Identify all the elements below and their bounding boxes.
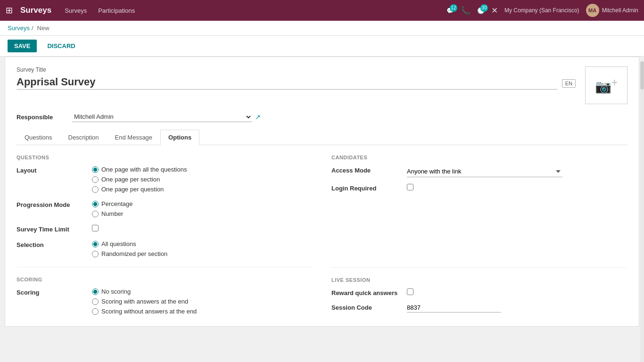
time-limit-checkbox[interactable] xyxy=(92,225,99,231)
external-link-icon[interactable]: ↗ xyxy=(255,113,261,121)
layout-label: Layout xyxy=(17,167,92,174)
selection-options: All questions Randomized per section xyxy=(92,240,167,257)
reward-quick-row: Reward quick answers xyxy=(331,288,627,296)
session-code-row: Session Code xyxy=(331,303,627,313)
company-name: My Company (San Francisco) xyxy=(504,7,579,14)
login-required-checkbox[interactable] xyxy=(407,184,413,190)
scoring-row: Scoring No scoring Scoring with answers … xyxy=(17,288,313,315)
options-columns: Questions Layout One page with all the q… xyxy=(17,155,627,317)
form-card: Survey Title EN 📷+ Responsible Mitchell … xyxy=(5,57,639,327)
progression-label: Progression Mode xyxy=(17,201,92,208)
breadcrumb: Surveys / New xyxy=(0,21,644,36)
layout-option-label-0: One page with all the questions xyxy=(101,166,187,173)
lang-badge[interactable]: EN xyxy=(562,79,576,88)
survey-title-input[interactable] xyxy=(17,75,557,90)
app-name: Surveys xyxy=(20,6,51,15)
login-required-label: Login Required xyxy=(331,185,407,192)
layout-options: One page with all the questions One page… xyxy=(92,166,187,193)
layout-option-label-2: One page per question xyxy=(101,186,164,193)
scoring-option-label-0: No scoring xyxy=(101,288,131,295)
phone-icon[interactable]: 📞 xyxy=(461,6,471,16)
user-menu[interactable]: MA Mitchell Admin xyxy=(586,4,638,17)
save-button[interactable]: SAVE xyxy=(8,40,37,52)
topbar: ⊞ Surveys Surveys Participations 💬 12 📞 … xyxy=(0,0,644,21)
tab-questions[interactable]: Questions xyxy=(17,130,60,145)
tab-description[interactable]: Description xyxy=(60,130,107,145)
selection-row: Selection All questions Randomized per s… xyxy=(17,240,313,257)
responsible-field-wrap: Mitchell Admin ↗ xyxy=(72,112,261,122)
survey-title-section: Survey Title EN 📷+ xyxy=(17,66,627,104)
scrollbar-track[interactable] xyxy=(640,61,644,336)
breadcrumb-parent[interactable]: Surveys xyxy=(8,25,30,32)
breadcrumb-current: New xyxy=(37,25,50,32)
main-content: Survey Title EN 📷+ Responsible Mitchell … xyxy=(0,57,644,336)
survey-title-wrap: Survey Title EN xyxy=(17,66,576,90)
avatar: MA xyxy=(586,4,599,17)
topbar-nav: Surveys Participations xyxy=(65,7,442,14)
nav-participations[interactable]: Participations xyxy=(98,7,135,14)
scrollbar-thumb[interactable] xyxy=(640,61,644,90)
scoring-option-0[interactable]: No scoring xyxy=(92,288,197,295)
selection-option-0[interactable]: All questions xyxy=(92,240,167,247)
login-required-row: Login Required xyxy=(331,184,627,192)
layout-option-label-1: One page per section xyxy=(101,176,160,183)
progression-row: Progression Mode Percentage Number xyxy=(17,200,313,217)
topbar-right: 💬 12 📞 🕐 30 ✕ My Company (San Francisco)… xyxy=(446,4,638,17)
scoring-option-label-2: Scoring without answers at the end xyxy=(101,308,197,315)
selection-label: Selection xyxy=(17,241,92,248)
clock-icon-badge[interactable]: 🕐 30 xyxy=(477,7,485,14)
tab-options[interactable]: Options xyxy=(160,130,199,145)
time-limit-checkbox-wrap xyxy=(92,225,99,233)
progression-option-label-0: Percentage xyxy=(101,200,133,207)
camera-icon: 📷+ xyxy=(595,76,618,94)
progression-options: Percentage Number xyxy=(92,200,133,217)
candidates-section-title: Candidates xyxy=(331,155,627,160)
scoring-section-title: Scoring xyxy=(17,277,313,282)
options-left-col: Questions Layout One page with all the q… xyxy=(17,155,313,317)
survey-title-label: Survey Title xyxy=(17,66,576,73)
reward-quick-label: Reward quick answers xyxy=(331,289,407,296)
chat-icon-badge[interactable]: 💬 12 xyxy=(446,7,454,14)
discard-button[interactable]: DISCARD xyxy=(41,40,82,52)
scoring-option-1[interactable]: Scoring with answers at the end xyxy=(92,298,197,305)
time-limit-row: Survey Time Limit xyxy=(17,225,313,233)
access-mode-label: Access Mode xyxy=(331,167,407,174)
session-code-label: Session Code xyxy=(331,304,407,311)
breadcrumb-separator: / xyxy=(32,25,33,32)
questions-section-title: Questions xyxy=(17,155,313,160)
layout-option-1[interactable]: One page per section xyxy=(92,176,187,183)
close-icon[interactable]: ✕ xyxy=(491,6,498,16)
selection-option-1[interactable]: Randomized per section xyxy=(92,250,167,257)
options-tab-content: Questions Layout One page with all the q… xyxy=(17,145,627,317)
access-mode-row: Access Mode Anyone with the link Invited… xyxy=(331,166,627,177)
responsible-select[interactable]: Mitchell Admin xyxy=(72,112,252,122)
user-name: Mitchell Admin xyxy=(602,7,638,14)
tabs: Questions Description End Message Option… xyxy=(17,130,627,145)
responsible-row: Responsible Mitchell Admin ↗ xyxy=(17,112,627,122)
live-session-section-title: Live Session xyxy=(331,277,627,283)
options-right-col: Candidates Access Mode Anyone with the l… xyxy=(331,155,627,317)
scoring-options: No scoring Scoring with answers at the e… xyxy=(92,288,197,315)
progression-option-1[interactable]: Number xyxy=(92,210,133,217)
session-code-input[interactable] xyxy=(407,303,501,313)
tab-end-message[interactable]: End Message xyxy=(107,130,161,145)
selection-option-label-0: All questions xyxy=(101,240,136,247)
scoring-option-2[interactable]: Scoring without answers at the end xyxy=(92,308,197,315)
photo-upload[interactable]: 📷+ xyxy=(585,66,627,104)
chat-badge: 12 xyxy=(450,4,457,12)
grid-icon[interactable]: ⊞ xyxy=(6,5,13,16)
progression-option-label-1: Number xyxy=(101,210,123,217)
access-mode-select[interactable]: Anyone with the link Invited people only… xyxy=(407,166,562,177)
layout-option-0[interactable]: One page with all the questions xyxy=(92,166,187,173)
time-limit-label: Survey Time Limit xyxy=(17,226,92,233)
nav-surveys[interactable]: Surveys xyxy=(65,7,87,14)
reward-quick-checkbox[interactable] xyxy=(407,288,413,295)
layout-option-2[interactable]: One page per question xyxy=(92,186,187,193)
progression-option-0[interactable]: Percentage xyxy=(92,200,133,207)
clock-badge: 30 xyxy=(480,4,488,12)
layout-row: Layout One page with all the questions O… xyxy=(17,166,313,193)
action-bar: SAVE DISCARD xyxy=(0,36,644,57)
scoring-label: Scoring xyxy=(17,289,92,296)
scoring-option-label-1: Scoring with answers at the end xyxy=(101,298,188,305)
responsible-label: Responsible xyxy=(17,114,68,121)
